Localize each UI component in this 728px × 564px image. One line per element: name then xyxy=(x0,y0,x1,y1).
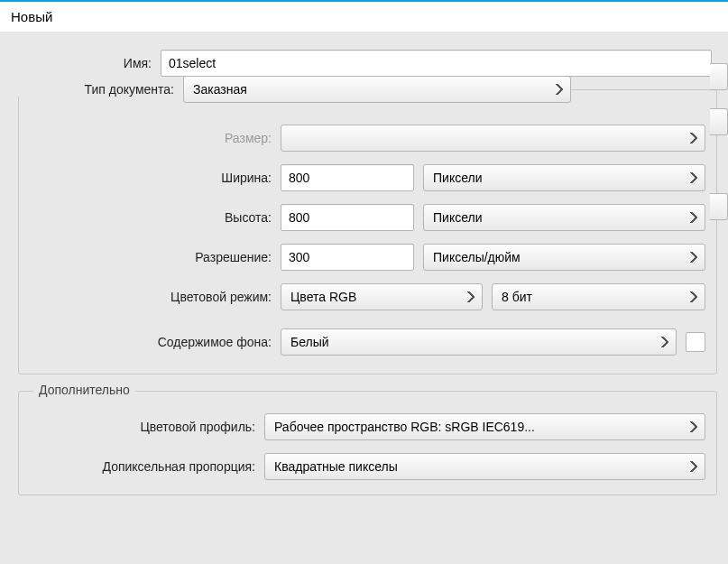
width-label: Ширина: xyxy=(19,171,281,185)
background-label: Содержимое фона: xyxy=(19,335,281,349)
colormode-select[interactable]: Цвета RGB xyxy=(281,283,483,310)
pixelaspect-value: Квадратные пикселы xyxy=(274,459,681,474)
pixelaspect-label: Допиксельная пропорция: xyxy=(19,459,264,474)
width-unit-value: Пиксели xyxy=(433,171,681,185)
dialog-body: Имя: Тип документа: Заказная Размер: Шир… xyxy=(0,32,728,504)
height-unit-select[interactable]: Пиксели xyxy=(423,204,705,231)
height-input[interactable] xyxy=(281,204,414,231)
background-color-swatch[interactable] xyxy=(686,332,705,352)
resolution-unit-value: Пикселы/дюйм xyxy=(433,250,681,264)
main-fieldset: Тип документа: Заказная Размер: Ширина: … xyxy=(18,89,717,374)
resolution-unit-select[interactable]: Пикселы/дюйм xyxy=(423,244,705,271)
name-label: Имя: xyxy=(7,56,161,70)
side-button-1[interactable] xyxy=(710,63,728,90)
colormode-value: Цвета RGB xyxy=(290,290,458,304)
width-input[interactable] xyxy=(281,164,414,191)
doctype-label: Тип документа: xyxy=(14,82,183,97)
width-unit-select[interactable]: Пиксели xyxy=(423,164,705,191)
background-select[interactable]: Белый xyxy=(281,328,677,356)
dialog-title: Новый xyxy=(0,2,728,32)
advanced-fieldset: Дополнительно Цветовой профиль: Рабочее … xyxy=(18,391,717,495)
doctype-select[interactable]: Заказная xyxy=(183,76,571,103)
colorprofile-value: Рабочее пространство RGB: sRGB IEC619... xyxy=(274,420,681,434)
height-label: Высота: xyxy=(19,210,281,225)
size-select[interactable] xyxy=(281,125,705,152)
side-button-2[interactable] xyxy=(710,108,728,135)
name-row: Имя: xyxy=(7,50,717,77)
resolution-input[interactable] xyxy=(281,244,414,271)
advanced-legend: Дополнительно xyxy=(33,383,135,397)
side-button-3[interactable] xyxy=(710,193,728,220)
pixelaspect-select[interactable]: Квадратные пикселы xyxy=(264,453,705,480)
colorprofile-select[interactable]: Рабочее пространство RGB: sRGB IEC619... xyxy=(264,413,705,440)
size-label: Размер: xyxy=(19,131,281,145)
colorprofile-label: Цветовой профиль: xyxy=(19,420,264,434)
name-input[interactable] xyxy=(161,50,712,77)
bitdepth-select[interactable]: 8 бит xyxy=(492,283,705,310)
background-value: Белый xyxy=(290,335,652,349)
resolution-label: Разрешение: xyxy=(19,250,281,264)
colormode-label: Цветовой режим: xyxy=(19,290,281,304)
height-unit-value: Пиксели xyxy=(433,210,681,225)
doctype-value: Заказная xyxy=(193,82,547,97)
bitdepth-value: 8 бит xyxy=(502,290,681,304)
